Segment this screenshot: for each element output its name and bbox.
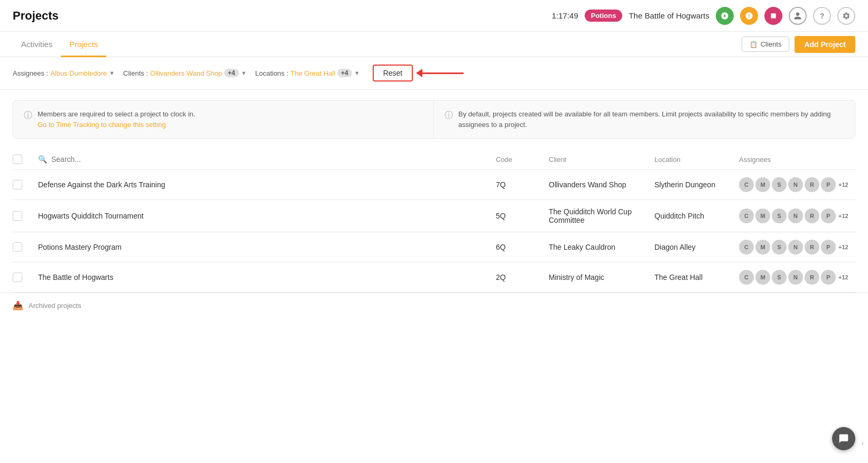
avatar: R <box>805 208 819 223</box>
project-assignees: CMSNRP+12 <box>739 208 855 223</box>
avatar: C <box>739 240 754 255</box>
assignees-more: +12 <box>837 213 848 219</box>
yellow-action-icon[interactable] <box>740 7 758 25</box>
table-row: Hogwarts Quidditch Tournament5QThe Quidd… <box>13 200 855 232</box>
project-location: Quidditch Pitch <box>654 212 739 220</box>
nav-tabs-right: 📋 Clients Add Project <box>742 36 855 53</box>
avatar: M <box>755 240 770 255</box>
filter-assignees[interactable]: Assignees : Albus Dumbledore ▼ <box>13 69 115 77</box>
archive-icon: 📥 <box>13 301 23 311</box>
project-assignees: CMSNRP+12 <box>739 177 855 192</box>
project-assignees: CMSNRP+12 <box>739 270 855 285</box>
help-icon[interactable]: ? <box>813 7 831 25</box>
header-checkbox-col[interactable] <box>13 155 38 164</box>
project-name: Potions Mastery Program <box>38 243 496 251</box>
avatar: R <box>805 240 819 255</box>
avatar: P <box>821 240 836 255</box>
filters-bar: Assignees : Albus Dumbledore ▼ Clients :… <box>0 57 868 89</box>
project-client: The Leaky Cauldron <box>549 243 654 251</box>
project-location: Slytherin Dungeon <box>654 180 739 189</box>
header-assignees: Assignees <box>739 156 855 164</box>
assignees-more: +12 <box>837 181 848 188</box>
projects-table: 🔍 Code Client Location Assignees Defense… <box>0 149 868 293</box>
project-assignees: CMSNRP+12 <box>739 240 855 255</box>
row-checkbox[interactable] <box>13 242 22 252</box>
avatar: C <box>739 177 754 192</box>
avatar: P <box>821 208 836 223</box>
assignees-dropdown-arrow: ▼ <box>109 70 115 76</box>
project-location: Diagon Alley <box>654 243 739 251</box>
app-header: Projects 1:17:49 Potions The Battle of H… <box>0 0 868 32</box>
avatar: P <box>821 177 836 192</box>
time-tracking-link[interactable]: Go to Time Tracking to change this setti… <box>38 121 166 129</box>
table-header-row: 🔍 Code Client Location Assignees <box>13 149 855 170</box>
info-icon-left: ⓘ <box>24 110 32 121</box>
avatar: M <box>755 208 770 223</box>
footer-archived[interactable]: 📥 Archived projects <box>0 293 868 318</box>
project-name: Hogwarts Quidditch Tournament <box>38 212 496 220</box>
project-name: Defense Against the Dark Arts Training <box>38 180 496 189</box>
project-name: The Battle of Hogwarts <box>38 273 496 282</box>
project-client: Ollivanders Wand Shop <box>549 180 654 189</box>
header-client: Client <box>549 156 654 164</box>
info-banners-section: ⓘ Members are required to select a proje… <box>13 100 855 139</box>
search-icon: 🔍 <box>38 155 47 164</box>
avatar: R <box>805 177 819 192</box>
assignees-more: +12 <box>837 244 848 250</box>
row-checkbox[interactable] <box>13 180 22 189</box>
project-code: 7Q <box>496 180 549 189</box>
avatar: N <box>788 270 803 285</box>
avatar: M <box>755 177 770 192</box>
table-row: Defense Against the Dark Arts Training7Q… <box>13 170 855 200</box>
project-client: Ministry of Magic <box>549 273 654 282</box>
filter-clients[interactable]: Clients : Ollivanders Wand Shop +4 ▼ <box>123 69 247 77</box>
svg-rect-0 <box>771 13 775 18</box>
user-icon[interactable] <box>789 7 807 25</box>
nav-tabs-left: Activities Projects <box>13 32 106 57</box>
clients-button[interactable]: 📋 Clients <box>742 37 790 52</box>
locations-dropdown-arrow: ▼ <box>354 70 360 76</box>
avatar: N <box>788 240 803 255</box>
reset-arrow-indicator <box>421 72 464 74</box>
header-code: Code <box>496 156 549 164</box>
red-arrow <box>421 72 464 74</box>
project-code: 2Q <box>496 273 549 282</box>
project-location: The Great Hall <box>654 273 739 282</box>
table-body: Defense Against the Dark Arts Training7Q… <box>13 170 855 293</box>
filter-locations[interactable]: Locations : The Great Hall +4 ▼ <box>255 69 360 77</box>
row-checkbox[interactable] <box>13 211 22 221</box>
project-client: The Quidditch World Cup Committee <box>549 207 654 224</box>
table-row: Potions Mastery Program6QThe Leaky Cauld… <box>13 232 855 262</box>
tab-activities[interactable]: Activities <box>13 32 61 57</box>
info-banner-right: ⓘ By default, projects created will be a… <box>434 101 855 138</box>
page-title: Projects <box>13 9 59 23</box>
avatar: N <box>788 177 803 192</box>
row-checkbox[interactable] <box>13 273 22 282</box>
add-project-button[interactable]: Add Project <box>795 36 855 53</box>
reset-button[interactable]: Reset <box>373 65 413 81</box>
project-code: 6Q <box>496 243 549 251</box>
info-icon-right: ⓘ <box>445 110 453 121</box>
table-row: The Battle of Hogwarts2QMinistry of Magi… <box>13 262 855 293</box>
assignees-more: +12 <box>837 274 848 280</box>
avatar: C <box>739 270 754 285</box>
header-time: 1:17:49 <box>552 11 578 20</box>
nav-tabs-bar: Activities Projects 📋 Clients Add Projec… <box>0 32 868 57</box>
project-code: 5Q <box>496 212 549 220</box>
red-stop-icon[interactable] <box>764 7 782 25</box>
green-action-icon[interactable] <box>716 7 734 25</box>
search-input[interactable] <box>51 155 157 164</box>
info-banner-left: ⓘ Members are required to select a proje… <box>13 101 434 138</box>
avatar: M <box>755 270 770 285</box>
avatar: R <box>805 270 819 285</box>
avatar: N <box>788 208 803 223</box>
header-project-name: The Battle of Hogwarts <box>629 11 709 20</box>
avatar: C <box>739 208 754 223</box>
settings-icon[interactable] <box>837 7 855 25</box>
header-right: 1:17:49 Potions The Battle of Hogwarts ? <box>552 7 855 25</box>
header-search-col: 🔍 <box>38 155 496 164</box>
potions-badge[interactable]: Potions <box>585 10 623 22</box>
tab-projects[interactable]: Projects <box>61 32 106 57</box>
select-all-checkbox[interactable] <box>13 155 22 164</box>
avatar: S <box>772 177 787 192</box>
